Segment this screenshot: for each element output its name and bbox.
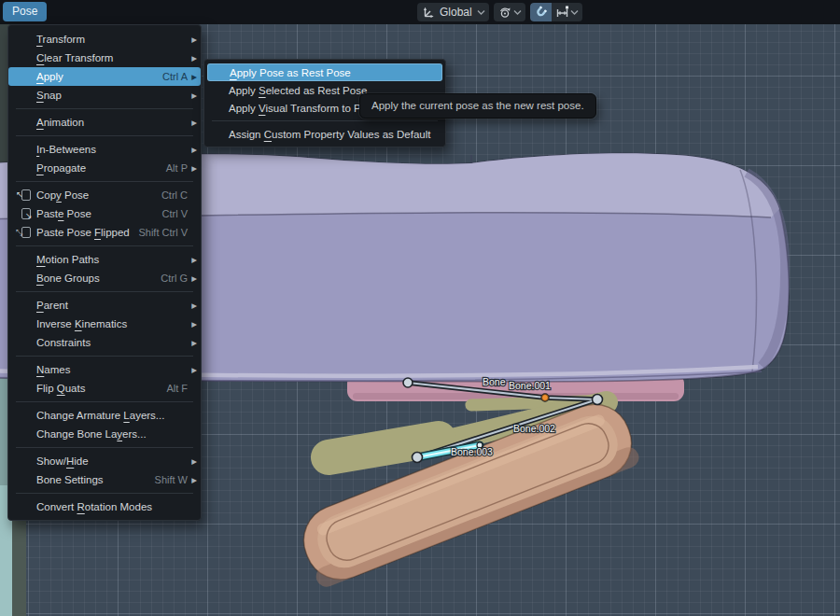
menu-separator: [16, 447, 193, 448]
menu-item-in-betweens[interactable]: In-Betweens▶: [8, 140, 201, 159]
menu-item-icon-space: [18, 298, 36, 313]
menu-item-apply[interactable]: ApplyCtrl A▶: [8, 67, 201, 86]
menu-separator: [16, 493, 193, 494]
menu-separator: [16, 108, 193, 109]
transform-orientation-dropdown[interactable]: Global: [417, 3, 489, 21]
menu-item-snap[interactable]: Snap▶: [8, 86, 201, 105]
menu-item-change-armature-layers[interactable]: Change Armature Layers...: [8, 406, 201, 425]
snap-toggle-button[interactable]: [530, 3, 552, 21]
menu-item-shortcut: Ctrl G: [153, 273, 188, 284]
menu-item-label: Apply Pose as Rest Pose: [230, 67, 351, 78]
chevron-down-icon: [570, 9, 579, 15]
menu-item-label: Apply: [36, 71, 63, 82]
submenu-arrow-icon: ▶: [191, 320, 197, 329]
menu-item-icon-space: [18, 408, 36, 423]
menu-item-apply-pose-as-rest-pose[interactable]: Apply Pose as Rest Pose: [207, 63, 442, 81]
menu-item-bone-groups[interactable]: Bone GroupsCtrl G▶: [8, 269, 201, 287]
snap-settings-dropdown[interactable]: [552, 3, 582, 21]
menu-item-inverse-kinematics[interactable]: Inverse Kinematics▶: [8, 315, 201, 333]
menu-item-label: Assign Custom Property Values as Default: [229, 129, 430, 140]
menu-separator: [16, 245, 193, 246]
menu-item-label: Apply Visual Transform to Pose: [229, 103, 378, 114]
menu-item-label: Bone Groups: [36, 273, 100, 284]
menu-item-label: Names: [36, 364, 70, 375]
menu-item-label: Parent: [36, 300, 68, 311]
menu-item-icon-space: [18, 427, 36, 441]
bread-mesh[interactable]: [293, 394, 642, 590]
menu-item-change-bone-layers[interactable]: Change Bone Layers...: [8, 425, 201, 443]
menu-item-show-hide[interactable]: Show/Hide▶: [8, 452, 201, 470]
menu-item-icon-space: [18, 88, 36, 103]
submenu-arrow-icon: ▶: [191, 91, 197, 100]
blender-window: Bone Bone.001 Bone.002 Bone.003 Pose Glo…: [0, 0, 840, 616]
menu-item-shortcut: Ctrl A: [155, 71, 188, 82]
submenu-arrow-icon: ▶: [191, 73, 197, 81]
submenu-arrow-icon: ▶: [191, 54, 197, 63]
menu-item-paste-pose-flipped[interactable]: Paste Pose FlippedShift Ctrl V: [8, 223, 201, 242]
header-controls: Global: [417, 3, 582, 21]
submenu-arrow-icon: ▶: [191, 35, 197, 44]
menu-item-label: Change Bone Layers...: [36, 428, 147, 440]
menu-item-copy-pose[interactable]: Copy PoseCtrl C: [8, 186, 201, 204]
bone-label: Bone: [483, 376, 506, 387]
menu-item-icon-space: [18, 32, 36, 47]
submenu-arrow-icon: ▶: [191, 476, 197, 484]
menu-item-label: Inverse Kinematics: [36, 318, 127, 329]
bone-label: Bone.002: [513, 423, 555, 434]
menu-item-convert-rotation-modes[interactable]: Convert Rotation Modes: [8, 497, 201, 516]
menu-item-icon-space: [18, 252, 36, 267]
paste-pose-flipped-icon: [18, 225, 36, 240]
menu-item-motion-paths[interactable]: Motion Paths▶: [8, 250, 201, 269]
pivot-point-dropdown[interactable]: [494, 3, 525, 21]
submenu-arrow-icon: ▶: [191, 256, 197, 264]
snapping-controls: [530, 3, 582, 21]
menu-item-label: Paste Pose: [36, 208, 91, 219]
tooltip: Apply the current pose as the new rest p…: [359, 93, 596, 119]
menu-item-shortcut: Ctrl V: [155, 208, 189, 219]
menu-item-constraints[interactable]: Constraints▶: [8, 333, 201, 352]
pose-menu-button[interactable]: Pose: [3, 2, 47, 21]
menu-item-label: Change Armature Layers...: [36, 410, 164, 421]
menu-item-names[interactable]: Names▶: [8, 360, 201, 379]
menu-item-icon-space: [18, 69, 36, 84]
menu-item-label: Clear Transform: [36, 52, 113, 63]
submenu-arrow-icon: ▶: [191, 164, 197, 173]
menu-item-label: Motion Paths: [36, 254, 99, 265]
menu-item-paste-pose[interactable]: Paste PoseCtrl V: [8, 204, 201, 223]
paste-pose-icon: [18, 206, 36, 221]
menu-item-flip-quats[interactable]: Flip QuatsAlt F: [8, 379, 201, 398]
menu-item-clear-transform[interactable]: Clear Transform▶: [8, 49, 201, 67]
menu-item-icon-space: [18, 381, 36, 396]
menu-item-bone-settings[interactable]: Bone SettingsShift W▶: [8, 470, 201, 489]
menu-item-icon-space: [18, 362, 36, 377]
pose-menu-panel: Transform▶Clear Transform▶ApplyCtrl A▶Sn…: [7, 24, 202, 521]
menu-separator: [16, 181, 193, 182]
menu-item-icon-space: [18, 142, 36, 157]
menu-item-label: Paste Pose Flipped: [36, 227, 130, 238]
menu-item-assign-custom-property-values-as-default[interactable]: Assign Custom Property Values as Default: [204, 125, 445, 143]
menu-item-label: Constraints: [36, 337, 91, 348]
menu-item-animation[interactable]: Animation▶: [8, 113, 201, 132]
menu-item-label: Convert Rotation Modes: [36, 501, 152, 512]
menu-item-icon-space: [18, 50, 36, 65]
object-origin-dot[interactable]: [542, 395, 549, 401]
menu-item-label: Apply Selected as Rest Pose: [229, 85, 367, 96]
submenu-arrow-icon: ▶: [191, 119, 197, 127]
menu-item-icon-space: [18, 472, 36, 487]
submenu-arrow-icon: ▶: [191, 366, 197, 374]
magnet-icon: [534, 5, 548, 20]
menu-item-label: Bone Settings: [36, 474, 104, 485]
menu-item-label: Transform: [36, 34, 85, 45]
menu-item-shortcut: Alt F: [159, 383, 188, 394]
bone-label: Bone.003: [451, 446, 493, 457]
menu-item-icon-space: [18, 499, 36, 514]
menu-item-propagate[interactable]: PropagateAlt P▶: [8, 159, 201, 177]
submenu-arrow-icon: ▶: [191, 146, 197, 154]
menu-item-label: Snap: [36, 90, 62, 101]
chevron-down-icon: [477, 9, 485, 15]
menu-item-parent[interactable]: Parent▶: [8, 296, 201, 315]
menu-item-label: Animation: [36, 117, 84, 128]
submenu-arrow-icon: ▶: [191, 457, 197, 466]
menu-item-transform[interactable]: Transform▶: [8, 30, 201, 49]
menu-item-label: Show/Hide: [36, 455, 89, 467]
